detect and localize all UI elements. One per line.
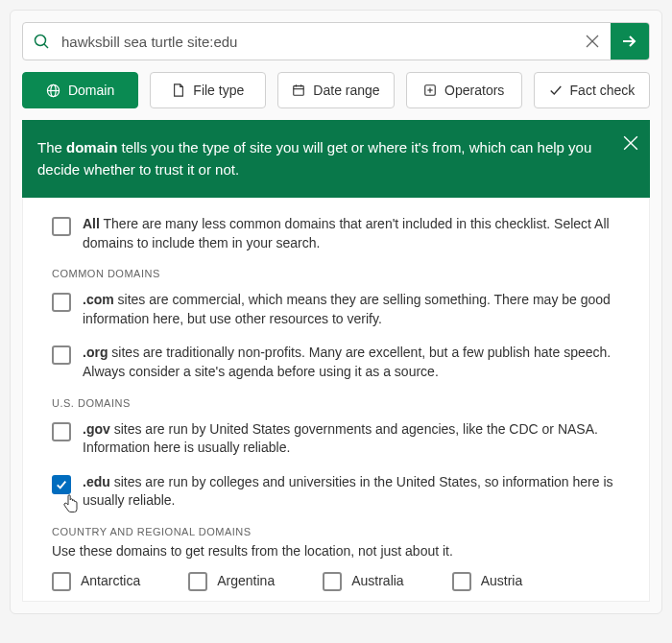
option-gov: .gov sites are run by United States gove… <box>52 420 620 458</box>
section-country-sub: Use these domains to get results from th… <box>52 543 620 559</box>
checkbox-australia[interactable] <box>323 572 342 591</box>
option-org: .org sites are traditionally non-profits… <box>52 344 620 381</box>
option-australia: Australia <box>323 570 403 591</box>
checkbox-antarctica[interactable] <box>52 572 71 591</box>
checkbox-edu[interactable] <box>52 475 71 494</box>
filter-label: Date range <box>313 83 379 98</box>
banner-text: The domain tells you the type of site yo… <box>37 139 591 178</box>
filter-daterange[interactable]: Date range <box>277 72 394 108</box>
svg-point-0 <box>36 36 46 46</box>
country-label: Australia <box>351 573 403 588</box>
search-coach-panel: Domain File type Date range <box>10 10 662 614</box>
option-all: All There are many less common domains t… <box>52 215 620 252</box>
filter-row: Domain File type Date range <box>22 72 650 108</box>
option-antarctica: Antarctica <box>52 570 140 591</box>
section-us-domains: U.S. DOMAINS <box>52 397 620 409</box>
filter-operators[interactable]: Operators <box>406 72 522 108</box>
checkbox-org[interactable] <box>52 345 71 365</box>
cursor-pointer-icon <box>61 492 81 516</box>
info-banner: The domain tells you the type of site yo… <box>22 120 650 198</box>
option-com: .com sites are commercial, which means t… <box>52 291 620 328</box>
filter-label: Domain <box>68 83 114 98</box>
option-text: .org sites are traditionally non-profits… <box>83 344 620 381</box>
file-icon <box>172 83 185 97</box>
filter-label: Operators <box>444 83 504 98</box>
option-argentina: Argentina <box>188 570 275 591</box>
checkbox-austria[interactable] <box>452 572 471 591</box>
svg-line-1 <box>44 44 48 48</box>
country-label: Antarctica <box>81 573 140 588</box>
search-icon <box>23 34 60 49</box>
checkbox-gov[interactable] <box>52 422 71 441</box>
option-edu: .edu sites are run by colleges and unive… <box>52 473 620 511</box>
search-input[interactable] <box>60 33 574 51</box>
filter-label: Fact check <box>570 83 636 98</box>
option-text: .gov sites are run by United States gove… <box>83 420 620 458</box>
section-common-domains: COMMON DOMAINS <box>52 268 620 279</box>
checkbox-all[interactable] <box>52 217 71 236</box>
checkbox-com[interactable] <box>52 293 71 312</box>
section-country-domains: COUNTRY AND REGIONAL DOMAINS <box>52 526 620 537</box>
country-label: Argentina <box>217 573 275 588</box>
close-icon[interactable] <box>623 130 638 158</box>
option-text: .com sites are commercial, which means t… <box>83 291 620 328</box>
option-austria: Austria <box>452 570 523 591</box>
country-row: Antarctica Argentina Australia Austria <box>52 570 620 591</box>
svg-rect-8 <box>294 86 304 96</box>
country-label: Austria <box>481 573 523 588</box>
calendar-icon <box>292 83 305 97</box>
search-bar <box>22 22 650 60</box>
clear-button[interactable] <box>574 35 611 48</box>
search-submit-button[interactable] <box>611 22 649 60</box>
option-text: All There are many less common domains t… <box>83 215 620 252</box>
globe-icon <box>46 83 60 98</box>
filter-filetype[interactable]: File type <box>150 72 266 108</box>
option-text: .edu sites are run by colleges and unive… <box>83 473 620 511</box>
check-icon <box>549 83 563 97</box>
checkbox-argentina[interactable] <box>188 572 207 591</box>
filter-domain[interactable]: Domain <box>22 72 138 108</box>
domain-options: All There are many less common domains t… <box>22 198 650 602</box>
plus-box-icon <box>423 83 437 97</box>
filter-factcheck[interactable]: Fact check <box>534 72 650 108</box>
filter-label: File type <box>193 83 244 98</box>
